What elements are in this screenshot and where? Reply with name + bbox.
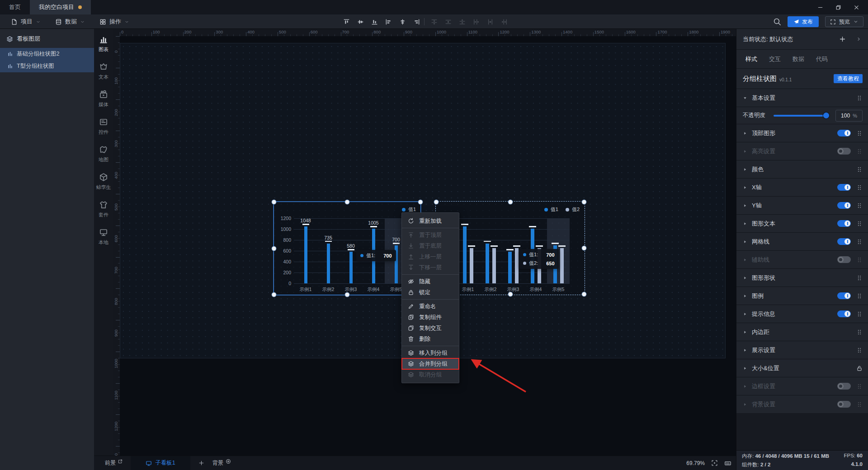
widget-category-图表[interactable]: 图表 xyxy=(99,35,108,53)
widget-category-鲸孪生[interactable]: 鲸孪生 xyxy=(96,173,111,191)
inspector-section-网格线[interactable]: 网格线 xyxy=(736,232,868,250)
inspector-tab-数据[interactable]: 数据 xyxy=(793,55,804,63)
publish-button[interactable]: 发布 xyxy=(788,16,819,27)
kebab-menu-icon[interactable] xyxy=(856,275,863,281)
background-switch[interactable]: 背景 xyxy=(212,459,231,467)
section-toggle[interactable] xyxy=(837,310,851,317)
selection-handle[interactable] xyxy=(272,200,276,204)
inspector-section-内边距[interactable]: 内边距 xyxy=(736,323,868,341)
section-toggle[interactable] xyxy=(837,220,851,227)
chevron-right-icon[interactable] xyxy=(856,36,862,42)
window-tab[interactable]: 我的空白项目 xyxy=(30,0,91,14)
chart-basic-grouped-bar[interactable]: 020040060080010001200示例1示例2示例3示例4示例51048… xyxy=(274,202,420,295)
layer-item[interactable]: T型分组柱状图 xyxy=(0,60,94,72)
inspector-section-边框设置[interactable]: 边框设置 xyxy=(736,377,868,395)
context-menu-item-8[interactable]: 锁定 xyxy=(402,287,459,298)
selection-handle[interactable] xyxy=(582,246,586,250)
inspector-tab-交互[interactable]: 交互 xyxy=(769,55,781,63)
inspector-section-背景设置[interactable]: 背景设置 xyxy=(736,395,868,413)
inspector-tab-代码[interactable]: 代码 xyxy=(816,55,828,63)
section-toggle[interactable] xyxy=(837,238,851,245)
widget-category-控件[interactable]: 控件 xyxy=(99,118,108,136)
inspector-tab-样式[interactable]: 样式 xyxy=(745,55,757,63)
align-right-button[interactable] xyxy=(412,17,421,26)
kebab-menu-icon[interactable] xyxy=(856,347,863,353)
kebab-menu-icon[interactable] xyxy=(856,401,863,408)
align-vertical-center-button[interactable] xyxy=(356,17,365,26)
menu-操作[interactable]: 操作 xyxy=(94,14,135,29)
widget-category-本地[interactable]: 本地 xyxy=(99,228,108,246)
section-toggle[interactable] xyxy=(837,202,851,209)
kebab-menu-icon[interactable] xyxy=(856,257,863,263)
add-state-button[interactable] xyxy=(839,36,846,42)
lock-icon[interactable] xyxy=(856,365,863,371)
opacity-slider[interactable] xyxy=(774,115,828,117)
widget-category-文本[interactable]: 文本 xyxy=(99,62,108,80)
selection-handle[interactable] xyxy=(272,246,276,250)
inspector-section-图例[interactable]: 图例 xyxy=(736,287,868,305)
close-button[interactable] xyxy=(847,0,865,14)
kebab-menu-icon[interactable] xyxy=(856,184,863,191)
align-bottom-button[interactable] xyxy=(370,17,379,26)
menu-数据[interactable]: 数据 xyxy=(50,14,90,29)
section-toggle[interactable] xyxy=(837,292,851,299)
context-menu-item-10[interactable]: 重命名 xyxy=(402,301,459,312)
add-board-button[interactable] xyxy=(198,460,204,466)
kebab-menu-icon[interactable] xyxy=(856,202,863,209)
inspector-section-展示设置[interactable]: 展示设置 xyxy=(736,341,868,359)
selection-handle[interactable] xyxy=(434,200,439,204)
inspector-section-图形形状[interactable]: 图形形状 xyxy=(736,268,868,287)
inspector-section-Y轴[interactable]: Y轴 xyxy=(736,196,868,214)
keyboard-shortcuts-icon[interactable] xyxy=(724,460,731,467)
inspector-section-大小&位置[interactable]: 大小&位置 xyxy=(736,359,868,377)
kebab-menu-icon[interactable] xyxy=(856,130,863,136)
inspector-section-颜色[interactable]: 颜色 xyxy=(736,160,868,178)
restore-button[interactable] xyxy=(829,0,847,14)
kebab-menu-icon[interactable] xyxy=(856,221,863,227)
foreground-switch[interactable]: 前景 xyxy=(105,459,123,467)
search-button[interactable] xyxy=(773,18,781,26)
selection-handle[interactable] xyxy=(508,292,512,296)
context-menu-item-0[interactable]: 重新加载 xyxy=(402,216,459,226)
inspector-section-辅助线[interactable]: 辅助线 xyxy=(736,250,868,268)
align-horizontal-center-button[interactable] xyxy=(398,17,407,26)
inspector-section-图形文本[interactable]: 图形文本 xyxy=(736,214,868,232)
selection-handle[interactable] xyxy=(582,200,586,204)
inspector-section-高亮设置[interactable]: 高亮设置 xyxy=(736,142,868,160)
inspector-section-提示信息[interactable]: 提示信息 xyxy=(736,305,868,323)
kebab-menu-icon[interactable] xyxy=(856,383,863,390)
inspector-section-基本设置[interactable]: 基本设置 xyxy=(736,89,868,107)
selection-handle[interactable] xyxy=(508,200,512,204)
section-toggle[interactable] xyxy=(837,256,851,263)
window-tab[interactable]: 首页 xyxy=(0,0,30,14)
kebab-menu-icon[interactable] xyxy=(856,329,863,335)
selection-handle[interactable] xyxy=(272,293,276,297)
align-left-button[interactable] xyxy=(384,17,393,26)
section-toggle[interactable] xyxy=(837,184,851,191)
selection-handle[interactable] xyxy=(419,200,423,204)
inspector-section-顶部图形[interactable]: 顶部图形 xyxy=(736,124,868,142)
kebab-menu-icon[interactable] xyxy=(856,311,863,317)
kebab-menu-icon[interactable] xyxy=(856,293,863,299)
selection-handle[interactable] xyxy=(345,293,349,297)
preview-button[interactable]: 预览 xyxy=(825,16,863,27)
inspector-section-X轴[interactable]: X轴 xyxy=(736,178,868,196)
section-toggle[interactable] xyxy=(837,148,851,155)
layer-item[interactable]: 基础分组柱状图2 xyxy=(0,48,94,60)
fit-screen-icon[interactable] xyxy=(711,460,718,466)
kebab-menu-icon[interactable] xyxy=(856,95,863,101)
selection-handle[interactable] xyxy=(582,292,586,296)
context-menu-item-7[interactable]: 隐藏 xyxy=(402,276,459,287)
widget-category-地图[interactable]: 地图 xyxy=(99,145,108,163)
section-toggle[interactable] xyxy=(837,401,851,408)
minimize-button[interactable] xyxy=(811,0,829,14)
section-toggle[interactable] xyxy=(837,130,851,136)
section-toggle[interactable] xyxy=(837,383,851,390)
opacity-value-box[interactable]: 100% xyxy=(835,110,863,122)
kebab-menu-icon[interactable] xyxy=(856,166,863,173)
tutorial-button[interactable]: 查看教程 xyxy=(834,74,863,83)
sub-board-tab[interactable]: 子看板1 xyxy=(131,456,190,470)
widget-category-套件[interactable]: 套件 xyxy=(99,200,108,218)
kebab-menu-icon[interactable] xyxy=(856,148,863,155)
widget-category-媒体[interactable]: 媒体 xyxy=(99,90,108,108)
